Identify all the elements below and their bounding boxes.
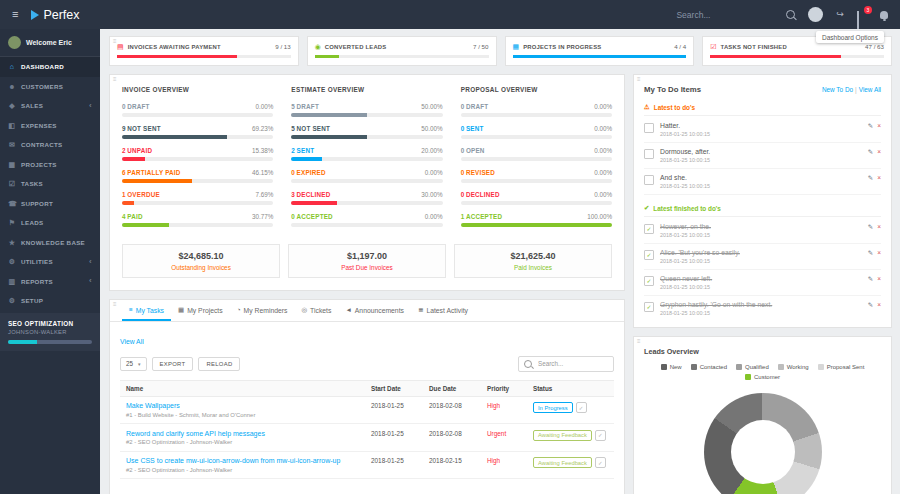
drag-handle-icon[interactable]: ≡	[637, 337, 641, 345]
todo-checkbox-checked[interactable]: ✓	[644, 224, 654, 234]
edit-icon[interactable]: ✎	[868, 123, 873, 130]
todo-checkbox[interactable]	[644, 175, 654, 185]
legend-item[interactable]: Working	[778, 364, 809, 370]
legend-item[interactable]: Proposal Sent	[818, 364, 865, 370]
todo-checkbox-checked[interactable]: ✓	[644, 302, 654, 312]
delete-icon[interactable]: ×	[877, 224, 881, 231]
todo-checkbox-checked[interactable]: ✓	[644, 276, 654, 286]
todo-text[interactable]: However, on the.	[660, 223, 862, 230]
todo-text[interactable]: And she.	[660, 174, 862, 181]
brand[interactable]: Perfex	[31, 8, 79, 22]
legend-item[interactable]: New	[661, 364, 682, 370]
notifications-bell-icon[interactable]	[880, 11, 888, 19]
quick-share-icon[interactable]: ↪	[836, 10, 844, 19]
status-badge[interactable]: Awaiting Feedback	[533, 430, 592, 441]
col-header-start-date[interactable]: Start Date	[365, 380, 423, 396]
reload-button[interactable]: RELOAD	[198, 357, 240, 371]
sidebar-item-projects[interactable]: ▦ PROJECTS	[0, 155, 100, 175]
todo-text[interactable]: Dormouse, after.	[660, 148, 862, 155]
table-search-input[interactable]	[536, 359, 608, 368]
tab-my-reminders[interactable]: ◔My Reminders	[230, 300, 295, 321]
stat-card-invoices-awaiting-payment[interactable]: ≡ ▤ INVOICES AWAITING PAYMENT 9 / 13	[109, 36, 299, 66]
sidebar-item-dashboard[interactable]: ⌂ DASHBOARD	[0, 57, 100, 77]
todo-text[interactable]: Alice. 'But you're so easily.	[660, 249, 862, 256]
tab-my-tasks[interactable]: ≡My Tasks	[122, 300, 171, 321]
delete-icon[interactable]: ×	[877, 175, 881, 182]
sidebar-item-customers[interactable]: ☻ CUSTOMERS	[0, 77, 100, 97]
sidebar-item-reports[interactable]: ▥ REPORTS ‹	[0, 272, 100, 292]
task-name-link[interactable]: Reword and clarify some API help message…	[126, 430, 359, 437]
past-due-invoices-box[interactable]: $1,197.00 Past Due Invoices	[288, 244, 446, 278]
per-page-select[interactable]: 25 ▾	[120, 357, 147, 371]
view-all-link[interactable]: View All	[120, 338, 144, 345]
sidebar-item-leads[interactable]: ⚑ LEADS	[0, 213, 100, 233]
tab-my-projects[interactable]: ▦My Projects	[171, 300, 230, 321]
tab-announcements[interactable]: ◄Announcements	[338, 300, 411, 321]
mark-complete-checkbox[interactable]: ✓	[595, 457, 606, 468]
edit-icon[interactable]: ✎	[868, 276, 873, 283]
edit-icon[interactable]: ✎	[868, 149, 873, 156]
tab-tickets[interactable]: ◎Tickets	[294, 300, 338, 321]
delete-icon[interactable]: ×	[877, 302, 881, 309]
view-all-todos-link[interactable]: View All	[859, 86, 881, 93]
legend-item[interactable]: Customer	[745, 374, 780, 380]
legend-item[interactable]: Contacted	[691, 364, 727, 370]
todo-checkbox[interactable]	[644, 149, 654, 159]
row-percent: 0.00%	[594, 169, 612, 176]
edit-icon[interactable]: ✎	[868, 175, 873, 182]
task-name-link[interactable]: Use CSS to create mw-ui-icon-arrow-down …	[126, 457, 359, 464]
tab-latest-activity[interactable]: ≣Latest Activity	[411, 300, 475, 321]
todo-checkbox-checked[interactable]: ✓	[644, 250, 654, 260]
legend-item[interactable]: Qualified	[736, 364, 769, 370]
task-project: #1 - Build Website - Schmitt, Morar and …	[126, 412, 359, 418]
paid-invoices-box[interactable]: $21,625.40 Paid Invoices	[454, 244, 612, 278]
delete-icon[interactable]: ×	[877, 250, 881, 257]
new-todo-link[interactable]: New To Do	[822, 86, 853, 93]
mark-complete-checkbox[interactable]: ✓	[595, 430, 606, 441]
table-search-box[interactable]	[518, 356, 614, 372]
cart-icon[interactable]: 3	[857, 11, 867, 19]
sidebar-user[interactable]: Welcome Eric	[0, 29, 100, 57]
menu-toggle-icon[interactable]: ≡	[12, 9, 18, 20]
sidebar-project-widget[interactable]: SEO OPTIMIZATION JOHNSON-WALKER	[0, 313, 100, 351]
mark-complete-checkbox[interactable]: ✓	[576, 402, 587, 413]
stat-card-projects-in-progress[interactable]: ▦ PROJECTS IN PROGRESS 4 / 4	[505, 36, 695, 66]
edit-icon[interactable]: ✎	[868, 250, 873, 257]
sidebar-item-expenses[interactable]: ◧ EXPENSES	[0, 116, 100, 136]
row-label: DECLINED	[297, 191, 331, 198]
col-header-due-date[interactable]: Due Date	[423, 380, 481, 396]
status-badge[interactable]: In Progress	[533, 402, 573, 413]
todo-checkbox[interactable]	[644, 123, 654, 133]
drag-handle-icon[interactable]: ≡	[637, 75, 641, 83]
edit-icon[interactable]: ✎	[868, 224, 873, 231]
status-badge[interactable]: Awaiting Feedback	[533, 457, 592, 468]
leads-donut-chart[interactable]	[704, 393, 822, 494]
sidebar-item-utilities[interactable]: ⚙ UTILITIES ‹	[0, 252, 100, 272]
export-button[interactable]: EXPORT	[152, 357, 194, 371]
stat-card-converted-leads[interactable]: ◉ CONVERTED LEADS 7 / 50	[307, 36, 497, 66]
user-avatar[interactable]	[808, 7, 823, 22]
edit-icon[interactable]: ✎	[868, 302, 873, 309]
drag-handle-icon[interactable]: ≡	[113, 300, 117, 308]
global-search-input[interactable]	[674, 9, 773, 21]
delete-icon[interactable]: ×	[877, 123, 881, 130]
delete-icon[interactable]: ×	[877, 276, 881, 283]
sidebar-item-support[interactable]: ☎ SUPPORT	[0, 194, 100, 214]
todo-text[interactable]: Hatter.	[660, 122, 862, 129]
todo-text[interactable]: Queen never left.	[660, 275, 862, 282]
drag-handle-icon[interactable]: ≡	[113, 75, 117, 83]
delete-icon[interactable]: ×	[877, 149, 881, 156]
sidebar-item-sales[interactable]: ◆ SALES ‹	[0, 96, 100, 116]
search-icon[interactable]	[786, 10, 795, 19]
sidebar-item-contracts[interactable]: ✉ CONTRACTS	[0, 135, 100, 155]
col-header-status[interactable]: Status	[527, 380, 614, 396]
outstanding-invoices-box[interactable]: $24,685.10 Outstanding Invoices	[122, 244, 280, 278]
col-header-name[interactable]: Name	[120, 380, 365, 396]
sidebar-item-tasks[interactable]: ☑ TASKS	[0, 174, 100, 194]
col-header-priority[interactable]: Priority	[481, 380, 527, 396]
drag-handle-icon[interactable]: ≡	[113, 37, 117, 45]
sidebar-item-setup[interactable]: ⚙ SETUP	[0, 291, 100, 311]
sidebar-item-knowledge-base[interactable]: ★ KNOWLEDGE BASE	[0, 233, 100, 253]
todo-text[interactable]: Gryphon hastily. 'Go on with the next.	[660, 301, 862, 308]
task-name-link[interactable]: Make Wallpapers	[126, 402, 359, 409]
